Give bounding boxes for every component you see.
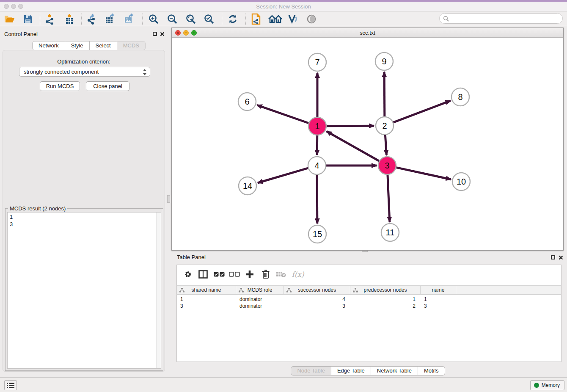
- export-network-icon[interactable]: [86, 13, 98, 25]
- graph-node-label-11: 11: [386, 228, 395, 237]
- select-all-checkboxes-icon[interactable]: [213, 268, 225, 280]
- tab-network[interactable]: Network: [32, 41, 65, 50]
- toolbar-separator: [40, 14, 40, 25]
- cell-name[interactable]: 3: [421, 303, 456, 309]
- tab-edge-table[interactable]: Edge Table: [331, 366, 371, 375]
- column-header-shared-name[interactable]: shared name: [177, 286, 236, 294]
- column-header-filler: [456, 286, 561, 294]
- graph-node-label-1: 1: [315, 121, 319, 131]
- criterion-value: strongly connected component: [24, 69, 99, 75]
- zoom-in-icon[interactable]: [148, 13, 160, 25]
- network-view-window: × − + scc.txt 1234678910111415: [171, 28, 564, 251]
- memory-button[interactable]: Memory: [530, 380, 564, 390]
- tab-style[interactable]: Style: [65, 41, 90, 50]
- cell-name[interactable]: 1: [421, 296, 456, 303]
- mac-titlebar: Session: New Session: [0, 0, 567, 11]
- task-history-button[interactable]: [4, 380, 17, 390]
- criterion-dropdown[interactable]: strongly connected component: [19, 67, 150, 77]
- function-builder-icon[interactable]: f(x): [290, 268, 306, 280]
- cell-mcds-role[interactable]: dominator: [236, 296, 284, 303]
- status-bar: Memory: [0, 377, 567, 392]
- toolbar-separator: [81, 14, 82, 25]
- search-field[interactable]: [439, 13, 563, 24]
- column-header-name[interactable]: name: [421, 286, 456, 294]
- zoom-fit-icon[interactable]: [185, 13, 197, 25]
- cell-predecessor-nodes[interactable]: 2: [350, 303, 421, 309]
- graph-edge-4-14[interactable]: [258, 168, 308, 183]
- add-column-icon[interactable]: [244, 268, 256, 280]
- mcds-result-textarea[interactable]: 1 3: [7, 212, 161, 369]
- float-table-panel-icon[interactable]: [551, 255, 555, 259]
- deselect-all-checkboxes-icon[interactable]: [228, 268, 240, 280]
- network-window-titlebar[interactable]: × − + scc.txt: [172, 28, 563, 38]
- column-header-successor-nodes[interactable]: successor nodes: [284, 286, 350, 294]
- graph-node-label-7: 7: [315, 58, 319, 67]
- vertical-splitter-grip[interactable]: [167, 195, 170, 203]
- delete-column-icon[interactable]: [260, 268, 272, 280]
- home-icon[interactable]: [268, 13, 283, 25]
- zoom-out-icon[interactable]: [166, 13, 178, 25]
- graph-edge-3-1[interactable]: [327, 131, 379, 161]
- save-session-icon[interactable]: [22, 13, 34, 25]
- cell-shared-name[interactable]: 1: [177, 296, 236, 303]
- run-mcds-button[interactable]: Run MCDS: [40, 81, 80, 91]
- cell-successor-nodes[interactable]: 3: [284, 303, 350, 309]
- control-panel-title: Control Panel: [4, 31, 38, 37]
- close-panel-button[interactable]: Close panel: [86, 81, 129, 91]
- list-icon: [7, 382, 14, 389]
- result-scrollbar[interactable]: [156, 213, 161, 368]
- cell-predecessor-nodes[interactable]: 1: [350, 296, 421, 303]
- tab-select[interactable]: Select: [90, 41, 117, 50]
- titlebar-accent-strip: [0, 0, 567, 2]
- tab-node-table[interactable]: Node Table: [291, 366, 331, 375]
- graph-edge-3-10[interactable]: [396, 168, 451, 179]
- network-canvas[interactable]: 1234678910111415: [172, 38, 563, 250]
- float-panel-icon[interactable]: [153, 32, 157, 36]
- hide-graphics-eye-icon[interactable]: [306, 13, 317, 25]
- export-image-icon[interactable]: [124, 13, 135, 25]
- graph-node-label-4: 4: [314, 161, 319, 170]
- graph-edge-2-9[interactable]: [384, 72, 385, 116]
- graph-node-label-8: 8: [458, 92, 462, 102]
- import-network-icon[interactable]: [44, 13, 56, 25]
- refresh-icon[interactable]: [227, 13, 239, 25]
- search-input[interactable]: [449, 14, 562, 23]
- close-table-panel-icon[interactable]: [559, 255, 563, 260]
- zoom-selected-icon[interactable]: [203, 13, 215, 25]
- close-panel-icon[interactable]: [160, 32, 165, 36]
- graph-edge-2-3[interactable]: [385, 135, 386, 155]
- table-panel: Table Panel f(x) sh: [171, 253, 564, 377]
- table-tabs: Node Table Edge Table Network Table Moti…: [171, 366, 564, 375]
- split-columns-icon[interactable]: [197, 268, 209, 280]
- graph-node-label-15: 15: [313, 229, 322, 239]
- main-toolbar: [0, 11, 567, 26]
- cell-shared-name[interactable]: 3: [177, 303, 236, 309]
- table-row[interactable]: 1 dominator 4 1 1: [177, 296, 561, 303]
- import-table-icon[interactable]: [63, 13, 75, 25]
- stepper-arrows-icon: [143, 69, 147, 78]
- graph-node-label-10: 10: [457, 177, 466, 186]
- table-row[interactable]: 3 dominator 3 2 3: [177, 303, 561, 309]
- style-preview-icon[interactable]: [287, 13, 299, 25]
- graph-edge-4-15[interactable]: [317, 175, 317, 224]
- graph-edge-1-2[interactable]: [327, 126, 374, 126]
- graph-edge-2-8[interactable]: [394, 101, 451, 122]
- export-table-icon[interactable]: [105, 13, 116, 25]
- graph-node-label-2: 2: [382, 121, 387, 130]
- cell-successor-nodes[interactable]: 4: [284, 296, 350, 303]
- search-icon: [443, 16, 449, 22]
- column-header-predecessor-nodes[interactable]: predecessor nodes: [350, 286, 421, 294]
- open-session-icon[interactable]: [3, 13, 15, 25]
- tab-motifs[interactable]: Motifs: [418, 366, 445, 375]
- graph-edge-3-11[interactable]: [388, 175, 390, 222]
- gear-icon[interactable]: [182, 268, 194, 280]
- cell-mcds-role[interactable]: dominator: [236, 303, 284, 309]
- tab-network-table[interactable]: Network Table: [371, 366, 418, 375]
- network-window-title: scc.txt: [172, 30, 563, 36]
- tab-mcds[interactable]: MCDS: [117, 41, 146, 50]
- network-file-icon[interactable]: [250, 13, 262, 25]
- delete-table-icon[interactable]: [275, 268, 287, 280]
- column-header-mcds-role[interactable]: MCDS role: [236, 286, 284, 294]
- graph-edge-1-6[interactable]: [257, 105, 309, 123]
- hierarchy-icon: [353, 288, 358, 294]
